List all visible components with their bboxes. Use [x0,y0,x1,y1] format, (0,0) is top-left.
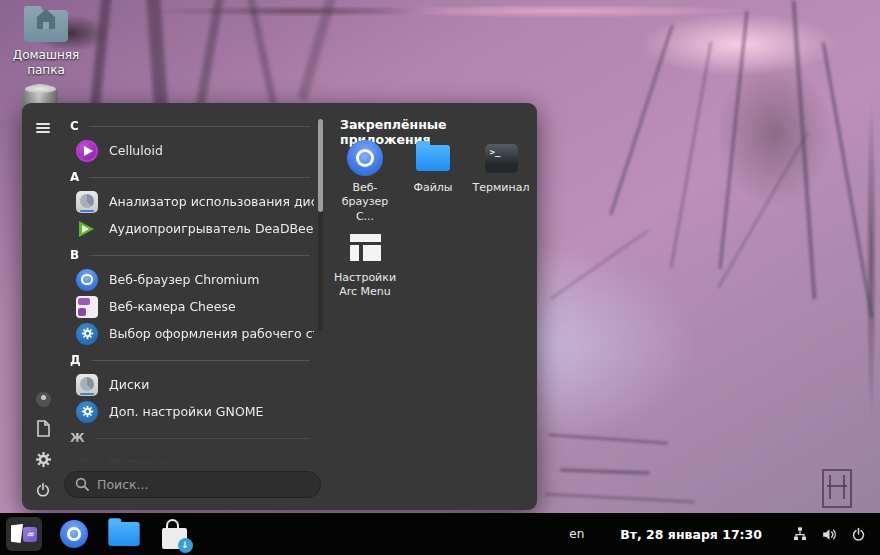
power-icon[interactable] [851,527,866,542]
arc-menu-button[interactable] [6,517,42,551]
app-row-disks[interactable]: Диски [62,371,314,398]
disks-icon [76,374,98,396]
pinned-app-label: Настройки Arc Menu [333,271,397,300]
pinned-app-files[interactable]: Файлы [401,136,465,195]
search-input[interactable] [64,471,321,498]
power-icon[interactable] [30,477,56,503]
section-divider [89,255,310,256]
app-label: Анализатор использования дисков [109,194,314,209]
pinned-app-terminal[interactable]: Терминал [469,136,533,195]
menu-sidebar [30,103,56,510]
app-row-gnome-tweaks[interactable]: Доп. настройки GNOME [62,398,314,425]
system-tray [792,526,866,543]
software-bag-icon [162,528,187,549]
app-label: Диски [109,377,149,392]
app-row-desktop-theme[interactable]: Выбор оформления рабочего стола [62,320,314,347]
pinned-app-label: Терминал [469,181,533,195]
app-label: Celluloid [109,143,163,158]
section-divider [89,126,310,127]
desktop-screen: Домашняя папка C Celluloid А [0,0,880,555]
distro-logo-icon [11,522,37,546]
clock[interactable]: Вт, 28 января 17:30 [620,527,762,542]
pinned-app-label: Веб-браузер C... [333,181,397,224]
taskbar-files-button[interactable] [106,517,142,551]
app-row-cheese[interactable]: Веб-камера Cheese [62,293,314,320]
app-label: Веб-браузер Chromium [109,272,259,287]
app-label: Аудиопроигрыватель DeaDBeeF [109,221,314,236]
section-letter: Д [70,353,81,367]
app-label: Выбор оформления рабочего стола [109,326,314,341]
home-folder-label: Домашняя папка [4,48,88,78]
chromium-icon [347,140,383,176]
pinned-app-arcmenu-settings[interactable]: Настройки Arc Menu [333,226,397,300]
chromium-icon [60,520,88,548]
hamburger-icon[interactable] [30,115,56,141]
settings-gear-icon[interactable] [30,446,56,472]
pinned-scrollbar-thumb[interactable] [318,119,323,212]
section-divider [91,360,310,361]
home-folder-desktop-icon[interactable]: Домашняя папка [4,10,88,78]
chromium-icon [76,269,98,291]
cheese-icon [76,296,98,318]
files-folder-icon [108,522,139,546]
updates-badge [178,538,193,553]
arcmenu-settings-icon [349,233,382,262]
section-letter: C [70,119,79,133]
app-row-disk-usage-analyzer[interactable]: Анализатор использования дисков [62,188,314,215]
network-icon[interactable] [792,526,808,542]
artist-seal [822,469,852,508]
app-label: Веб-камера Cheese [109,299,236,314]
logs-icon [76,452,98,466]
desktop-theme-icon [76,323,98,345]
files-folder-icon [416,145,450,171]
volume-icon[interactable] [821,526,838,543]
app-row-logs[interactable]: Журналы [62,449,314,465]
section-divider [89,177,310,178]
app-label: Доп. настройки GNOME [109,404,263,419]
pinned-app-chromium[interactable]: Веб-браузер C... [333,136,397,224]
section-letter: Ж [70,431,85,445]
search-bar [64,471,321,498]
taskbar-status-area: en Вт, 28 января 17:30 [569,526,880,543]
pinned-app-label: Файлы [401,181,465,195]
disk-usage-analyzer-icon [76,191,98,213]
section-letter: В [70,248,79,262]
taskbar-chromium-button[interactable] [56,517,92,551]
home-folder-icon [24,10,68,42]
app-row-deadbeef[interactable]: Аудиопроигрыватель DeaDBeeF [62,215,314,242]
pinned-apps-grid: Веб-браузер C... Файлы Терминал Настройк… [333,136,537,299]
arc-menu-panel: C Celluloid А Анализатор использования д… [22,103,537,510]
app-row-celluloid[interactable]: Celluloid [62,137,314,164]
house-glyph [37,18,55,29]
documents-icon[interactable] [30,415,56,441]
avatar-icon[interactable] [30,386,56,412]
taskbar-apps [0,517,192,551]
app-label: Журналы [109,455,172,465]
deadbeef-icon [76,218,98,240]
terminal-icon [485,144,518,173]
taskbar: en Вт, 28 января 17:30 [0,513,880,555]
celluloid-icon [76,140,98,162]
section-letter: А [70,170,79,184]
app-row-chromium[interactable]: Веб-браузер Chromium [62,266,314,293]
gnome-tweaks-icon [76,401,98,423]
section-divider [95,438,310,439]
keyboard-layout-indicator[interactable]: en [569,527,584,541]
taskbar-software-button[interactable] [156,517,192,551]
search-icon [75,477,89,491]
app-list: C Celluloid А Анализатор использования д… [62,113,314,465]
